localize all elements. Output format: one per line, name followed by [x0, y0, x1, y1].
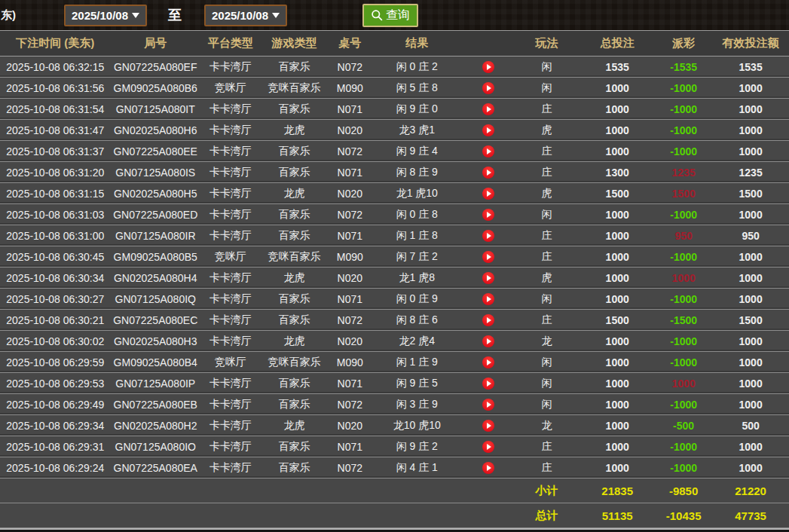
play-video-icon[interactable] — [482, 145, 494, 157]
play-video-icon[interactable] — [482, 378, 494, 390]
cell-round: GM09025A080B4 — [111, 356, 200, 368]
play-video-icon[interactable] — [482, 124, 494, 136]
cell-payout: -1535 — [655, 61, 712, 73]
play-video-icon[interactable] — [482, 462, 494, 474]
cell-table_no: N071 — [329, 293, 372, 305]
play-triangle — [487, 423, 491, 429]
cell-side: 闲 — [514, 60, 580, 74]
play-video-icon[interactable] — [482, 61, 494, 73]
cell-valid: 1000 — [712, 103, 789, 115]
play-triangle — [487, 148, 491, 154]
cell-play_icon — [462, 356, 513, 368]
total-valid-value: 47735 — [712, 509, 789, 522]
cell-valid: 1500 — [712, 314, 789, 326]
cell-play_icon — [462, 187, 513, 200]
cell-bet: 1500 — [580, 314, 654, 326]
play-triangle — [487, 444, 491, 450]
cell-result: 闲 4 庄 1 — [372, 461, 462, 475]
cell-valid: 1500 — [712, 188, 789, 200]
cell-bet: 1000 — [580, 356, 654, 368]
cell-result: 闲 9 庄 4 — [372, 145, 462, 158]
cell-bet: 1000 — [580, 378, 654, 390]
cell-side: 庄 — [514, 313, 580, 327]
cell-round: GN07125A080IP — [111, 378, 200, 390]
cell-game: 百家乐 — [260, 398, 328, 411]
play-triangle — [487, 275, 491, 281]
cell-bet: 1000 — [580, 145, 654, 157]
column-header-table: 桌号 — [329, 36, 372, 50]
play-video-icon[interactable] — [482, 356, 494, 368]
cell-table_no: M090 — [329, 82, 372, 94]
cell-time: 2025-10-08 06:31:03 — [0, 209, 111, 221]
cell-round: GN02025A080H4 — [111, 272, 200, 284]
cell-platform: 卡卡湾厅 — [200, 335, 261, 348]
cell-side: 龙 — [514, 335, 580, 348]
cell-time: 2025-10-08 06:29:59 — [0, 356, 111, 368]
cell-valid: 1235 — [712, 167, 789, 179]
cell-payout: -1000 — [655, 103, 712, 115]
cell-play_icon — [462, 271, 513, 284]
table-row: 2025-10-08 06:31:54GN07125A080IT卡卡湾厅百家乐N… — [0, 99, 789, 120]
to-label: 至 — [168, 6, 182, 24]
cell-table_no: M090 — [329, 251, 372, 263]
cell-time: 2025-10-08 06:29:53 — [0, 378, 111, 390]
date-from-picker[interactable]: 2025/10/08 — [64, 5, 147, 26]
cell-table_no: N020 — [329, 335, 372, 347]
cell-time: 2025-10-08 06:31:15 — [0, 188, 111, 200]
play-video-icon[interactable] — [482, 399, 494, 411]
cell-round: GN02025A080H2 — [111, 420, 200, 432]
play-video-icon[interactable] — [482, 441, 494, 453]
play-video-icon[interactable] — [482, 293, 494, 305]
search-button-label: 查询 — [386, 8, 410, 23]
cell-play_icon — [462, 461, 513, 474]
play-triangle — [487, 296, 491, 302]
play-video-icon[interactable] — [482, 251, 494, 263]
play-video-icon[interactable] — [482, 335, 494, 347]
table-row: 2025-10-08 06:29:31GN07125A080IO卡卡湾厅百家乐N… — [0, 436, 789, 457]
date-to-picker[interactable]: 2025/10/08 — [204, 5, 287, 26]
cell-valid: 1000 — [712, 335, 789, 347]
play-video-icon[interactable] — [482, 82, 494, 94]
cell-platform: 卡卡湾厅 — [200, 313, 261, 327]
cell-time: 2025-10-08 06:30:02 — [0, 335, 111, 347]
play-video-icon[interactable] — [482, 103, 494, 115]
cell-result: 龙3 虎1 — [372, 124, 462, 137]
table-row: 2025-10-08 06:29:53GN07125A080IP卡卡湾厅百家乐N… — [0, 373, 789, 394]
cell-platform: 卡卡湾厅 — [200, 166, 261, 179]
play-video-icon[interactable] — [482, 420, 494, 432]
cell-result: 闲 1 庄 9 — [372, 356, 462, 369]
subtotal-payout-value: -9850 — [655, 485, 712, 497]
play-video-icon[interactable] — [482, 230, 494, 242]
cell-time: 2025-10-08 06:30:34 — [0, 272, 111, 284]
cell-game: 百家乐 — [260, 229, 328, 243]
search-button[interactable]: 查询 — [362, 4, 418, 27]
play-video-icon[interactable] — [482, 188, 494, 200]
play-video-icon[interactable] — [482, 314, 494, 326]
cutoff-label: 东) — [1, 8, 16, 23]
cell-bet: 1000 — [580, 420, 654, 432]
cell-valid: 1000 — [712, 399, 789, 411]
cell-table_no: N071 — [329, 441, 372, 453]
cell-play_icon — [462, 208, 513, 221]
cell-round: GN07225A080EB — [111, 399, 200, 411]
cell-payout: -1000 — [655, 124, 712, 136]
cell-round: GN02025A080H6 — [111, 124, 200, 136]
cell-result: 闲 0 庄 8 — [372, 208, 462, 222]
cell-time: 2025-10-08 06:32:15 — [0, 61, 111, 73]
play-triangle — [487, 254, 491, 260]
play-video-icon[interactable] — [482, 272, 494, 284]
table-row: 2025-10-08 06:31:00GN07125A080IR卡卡湾厅百家乐N… — [0, 225, 789, 246]
play-video-icon[interactable] — [482, 167, 494, 179]
cell-game: 龙虎 — [260, 335, 328, 348]
column-header-platform: 平台类型 — [200, 36, 261, 50]
cell-platform: 卡卡湾厅 — [200, 187, 261, 200]
play-video-icon[interactable] — [482, 209, 494, 221]
cell-side: 闲 — [514, 356, 580, 369]
cell-play_icon — [462, 102, 513, 115]
cell-result: 闲 9 庄 2 — [372, 440, 462, 454]
cell-result: 龙1 虎8 — [372, 271, 462, 285]
cell-table_no: N071 — [329, 230, 372, 242]
cell-game: 百家乐 — [260, 440, 328, 454]
cell-play_icon — [462, 398, 513, 411]
cell-game: 百家乐 — [260, 102, 328, 116]
